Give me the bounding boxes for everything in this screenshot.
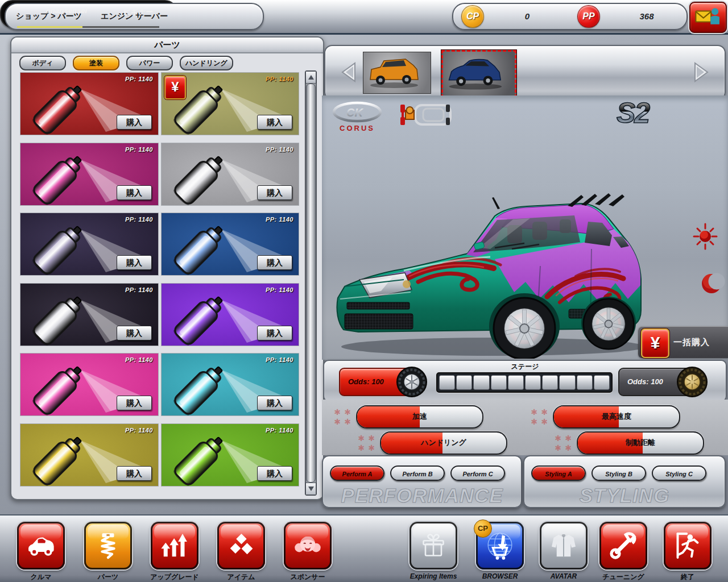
scrollbar-thumb[interactable] <box>306 84 316 483</box>
toolbar-expiring[interactable]: Expiring Items <box>408 522 458 580</box>
buy-button[interactable]: 購入 <box>117 185 152 200</box>
buy-button[interactable]: 購入 <box>257 115 292 130</box>
cp-badge-icon: CP <box>474 519 492 538</box>
price-label: PP: 1140 <box>266 216 293 223</box>
bulk-buy-label: 一括購入 <box>673 337 710 348</box>
globe-cart-icon[interactable]: CP <box>476 522 524 569</box>
price-label: PP: 1140 <box>266 356 293 363</box>
paint-item-red[interactable]: PP: 1140 購入 <box>20 72 159 135</box>
triangle-down-icon <box>308 487 314 491</box>
scroll-up-button[interactable] <box>305 71 316 84</box>
tire-icon <box>396 366 428 398</box>
toolbar-car[interactable]: クルマ <box>16 522 66 582</box>
parts-panel-title: パーツ <box>11 38 323 53</box>
buy-button[interactable]: 購入 <box>117 255 152 270</box>
toolbar-label: チューニング <box>598 572 648 582</box>
jacket-icon[interactable] <box>540 522 588 569</box>
toolbar-label: BROWSER <box>475 572 525 580</box>
wrench-icon[interactable] <box>599 522 647 569</box>
paint-item-white[interactable]: PP: 1140 購入 <box>20 283 159 346</box>
paint-item-blue[interactable]: PP: 1140 購入 <box>161 213 299 276</box>
scroll-down-button[interactable] <box>305 483 316 495</box>
player-name: onarisensei <box>30 6 104 15</box>
toolbar-label: アイテム <box>216 572 266 582</box>
game-window: ショップ > パーツ エンジン サーバー onarisensei ビギナー CP… <box>0 0 728 582</box>
stat-label: ハンドリング <box>381 438 506 448</box>
paint-item-silver[interactable]: PP: 1140 購入 <box>161 143 299 206</box>
paint-item-olive-selected[interactable]: PP: 1140 ¥ 購入 <box>161 72 299 135</box>
performance-panel: Perform APerform BPerform C PERFORMANCE <box>322 455 522 508</box>
tab-paint[interactable]: 塗装 <box>73 56 119 70</box>
triangle-up-icon <box>308 75 314 80</box>
toolbar-label: 終了 <box>663 572 713 582</box>
carousel-prev-button[interactable] <box>338 61 361 84</box>
perform-button-a[interactable]: Perform A <box>330 465 384 481</box>
paint-item-green[interactable]: PP: 1140 購入 <box>161 423 299 487</box>
styling-button-b[interactable]: Styling B <box>592 465 646 481</box>
car-thumb-orange-suv[interactable] <box>363 52 431 94</box>
toolbar-label: Expiring Items <box>408 572 458 580</box>
buy-button[interactable]: 購入 <box>257 466 292 481</box>
gift-icon[interactable] <box>410 522 457 569</box>
diamonds-icon[interactable] <box>217 522 265 569</box>
price-label: PP: 1140 <box>125 427 153 434</box>
stage-segment <box>491 375 507 390</box>
yen-buy-icon[interactable]: ¥ <box>641 329 669 358</box>
paint-item-dark-violet[interactable]: PP: 1140 購入 <box>20 213 159 276</box>
sponsor-girl-icon[interactable] <box>284 522 332 569</box>
perform-button-c[interactable]: Perform C <box>450 465 505 481</box>
stat-bar: 最高速度 <box>553 405 680 429</box>
styling-button-c[interactable]: Styling C <box>652 465 706 481</box>
top-bar: ショップ > パーツ エンジン サーバー onarisensei ビギナー CP… <box>0 0 728 35</box>
bulk-buy-bar[interactable]: ¥ 一括購入 <box>638 326 728 358</box>
buy-button[interactable]: 購入 <box>117 466 152 481</box>
tab-body[interactable]: ボディ <box>19 56 66 70</box>
toolbar-label: パーツ <box>83 572 133 582</box>
toolbar-sponsor[interactable]: スポンサー <box>283 522 333 582</box>
exit-runner-icon[interactable] <box>664 522 712 569</box>
styling-button-a[interactable]: Styling A <box>531 465 586 481</box>
toolbar-items[interactable]: アイテム <box>216 522 266 582</box>
buy-button[interactable]: 購入 <box>257 396 292 410</box>
arrows-up-icon[interactable] <box>151 522 198 569</box>
stat-bar: 加速 <box>356 405 483 429</box>
carousel-next-button[interactable] <box>689 61 712 84</box>
buy-button[interactable]: 購入 <box>257 185 292 200</box>
toolbar-tuning[interactable]: チューニング <box>598 522 648 582</box>
toolbar-parts-active[interactable]: パーツ <box>83 522 133 582</box>
flower-decor-icon: ✱✱✱✱ <box>356 434 380 453</box>
toolbar-exit[interactable]: 終了 <box>663 522 713 582</box>
flower-decor-icon: ✱✱✱✱ <box>553 434 577 453</box>
odds-right-badge: Odds: 100 <box>618 368 694 396</box>
stat-label: 加速 <box>357 411 482 422</box>
buy-button[interactable]: 購入 <box>257 255 292 270</box>
buy-button[interactable]: 購入 <box>117 115 152 130</box>
toolbar-avatar[interactable]: AVATAR <box>539 522 589 580</box>
car-thumb-blue-hatch-selected[interactable] <box>441 50 516 98</box>
perform-button-b[interactable]: Perform B <box>390 465 445 481</box>
arrow-left-icon <box>338 76 361 85</box>
paint-item-magenta[interactable]: PP: 1140 購入 <box>20 143 159 206</box>
screw-icon[interactable] <box>84 522 132 569</box>
paint-item-gold[interactable]: PP: 1140 購入 <box>20 423 159 487</box>
parts-scrollbar[interactable] <box>305 70 317 496</box>
moon-icon[interactable] <box>700 271 726 299</box>
tab-power[interactable]: パワー <box>126 56 173 70</box>
stage-segment <box>559 375 575 390</box>
buy-button[interactable]: 購入 <box>117 326 152 340</box>
buy-button[interactable]: 購入 <box>117 396 152 410</box>
toolbar-browser[interactable]: CP BROWSER <box>475 522 525 580</box>
sun-icon[interactable] <box>693 223 718 252</box>
tab-handling[interactable]: ハンドリング <box>180 56 233 70</box>
toolbar-upgrade[interactable]: アップグレード <box>150 522 200 582</box>
car-icon[interactable] <box>17 522 65 569</box>
currency-pill: CP 0 PP 368 <box>452 3 688 30</box>
stage-segment <box>577 375 593 390</box>
paint-item-cyan[interactable]: PP: 1140 購入 <box>161 353 299 416</box>
buy-button[interactable]: 購入 <box>257 326 292 340</box>
paint-item-pink[interactable]: PP: 1140 購入 <box>20 353 159 416</box>
mail-button[interactable] <box>689 2 727 33</box>
paint-item-purple[interactable]: PP: 1140 購入 <box>161 283 299 346</box>
drivetrain-icon <box>398 103 453 128</box>
price-label: PP: 1140 <box>266 286 293 293</box>
